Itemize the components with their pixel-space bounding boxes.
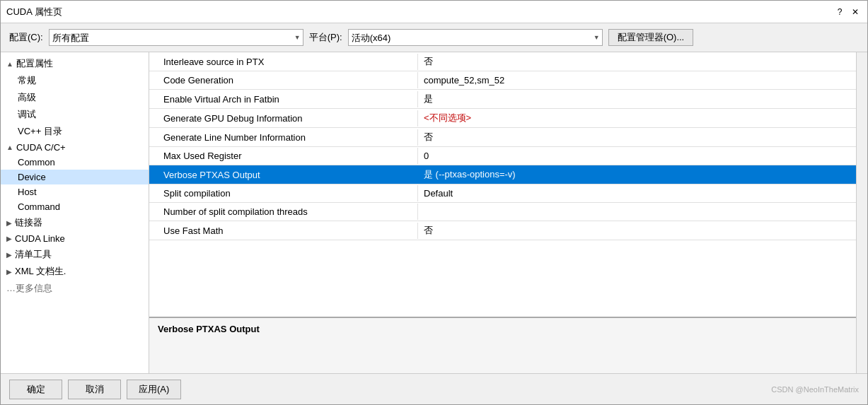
description-text: Verbose PTXAS Output [158, 324, 260, 334]
expand-arrow: ▲ [6, 143, 13, 151]
sidebar-item-label: XML 文档生. [15, 265, 66, 278]
dialog-window: CUDA 属性页 ? ✕ 配置(C): 所有配置 平台(P): 活动(x64) … [0, 0, 868, 405]
sidebar: ▲ 配置属性 常规 高级 调试 VC++ 目录 ▲ CUDA C/C+ Comm… [1, 52, 149, 373]
prop-value: 否 [418, 52, 856, 71]
sidebar-item-linker[interactable]: ▶ 链接器 [1, 214, 149, 231]
prop-name: Verbose PTXAS Output [149, 167, 418, 183]
footer: 确定 取消 应用(A) CSDN @NeoInTheMatrix [1, 373, 867, 404]
sidebar-item-normal[interactable]: 常规 [1, 72, 149, 89]
sidebar-item-label: CUDA C/C+ [16, 142, 66, 153]
prop-name: Use Fast Math [149, 223, 418, 239]
sidebar-item-host[interactable]: Host [1, 184, 149, 199]
prop-row-fast-math[interactable]: Use Fast Math 否 [149, 221, 856, 240]
sidebar-item-label: 常规 [18, 74, 36, 87]
watermark: CSDN @NeoInTheMatrix [771, 385, 859, 394]
description-panel: Verbose PTXAS Output [149, 317, 856, 373]
platform-label: 平台(P): [309, 31, 342, 44]
prop-row-gpu-debug[interactable]: Generate GPU Debug Information <不同选项> [149, 109, 856, 128]
prop-name: Max Used Register [149, 148, 418, 164]
prop-value-diff: <不同选项> [418, 109, 856, 127]
sidebar-item-debug[interactable]: 调试 [1, 106, 149, 123]
prop-name: Enable Virtual Arch in Fatbin [149, 91, 418, 107]
sidebar-item-device[interactable]: Device [1, 170, 149, 184]
prop-row-split-threads[interactable]: Number of split compilation threads [149, 203, 856, 221]
main-content: ▲ 配置属性 常规 高级 调试 VC++ 目录 ▲ CUDA C/C+ Comm… [1, 52, 867, 373]
sidebar-item-label: VC++ 目录 [18, 125, 62, 138]
prop-value: 0 [418, 148, 856, 164]
prop-name: Split compilation [149, 185, 418, 201]
sidebar-item-label: 清单工具 [15, 248, 52, 261]
sidebar-item-label: 配置属性 [16, 57, 53, 70]
sidebar-item-more[interactable]: …更多信息 [1, 280, 149, 297]
sidebar-item-label: Device [18, 172, 46, 182]
close-button[interactable]: ✕ [849, 6, 862, 18]
prop-value: 否 [418, 221, 856, 240]
sidebar-item-vcpp[interactable]: VC++ 目录 [1, 123, 149, 140]
prop-row-max-register[interactable]: Max Used Register 0 [149, 147, 856, 165]
cancel-button[interactable]: 取消 [68, 380, 121, 399]
expand-arrow: ▲ [6, 60, 13, 68]
sidebar-item-config-props[interactable]: ▲ 配置属性 [1, 55, 149, 72]
sidebar-item-label: 高级 [18, 91, 36, 104]
prop-row-interleave[interactable]: Interleave source in PTX 否 [149, 52, 856, 71]
prop-row-verbose-ptxas[interactable]: Verbose PTXAS Output 是 (--ptxas-options=… [149, 165, 856, 184]
prop-value: Default [418, 185, 856, 201]
prop-name: Interleave source in PTX [149, 54, 418, 70]
sidebar-item-label: Host [18, 187, 37, 197]
expand-arrow: ▶ [6, 251, 12, 259]
prop-value: 是 [418, 90, 856, 108]
properties-table: Interleave source in PTX 否 Code Generati… [149, 52, 856, 317]
title-bar: CUDA 属性页 ? ✕ [1, 1, 867, 23]
sidebar-item-common[interactable]: Common [1, 155, 149, 170]
platform-select-wrapper[interactable]: 活动(x64) [348, 29, 603, 46]
prop-value: 是 (--ptxas-options=-v) [418, 165, 856, 184]
apply-button[interactable]: 应用(A) [127, 380, 181, 399]
prop-name: Generate GPU Debug Information [149, 110, 418, 127]
dialog-title: CUDA 属性页 [6, 6, 62, 18]
sidebar-item-cuda-cpp[interactable]: ▲ CUDA C/C+ [1, 140, 149, 155]
sidebar-item-command[interactable]: Command [1, 199, 149, 214]
sidebar-item-xml-doc[interactable]: ▶ XML 文档生. [1, 263, 149, 280]
prop-row-virtual-arch[interactable]: Enable Virtual Arch in Fatbin 是 [149, 90, 856, 109]
prop-name: Code Generation [149, 72, 418, 88]
expand-arrow: ▶ [6, 235, 12, 242]
prop-value: 否 [418, 128, 856, 146]
ok-button[interactable]: 确定 [9, 380, 62, 399]
sidebar-item-label: Command [18, 201, 60, 212]
sidebar-item-label: …更多信息 [6, 282, 52, 295]
config-select-wrapper[interactable]: 所有配置 [49, 29, 303, 46]
sidebar-item-list-tool[interactable]: ▶ 清单工具 [1, 246, 149, 263]
sidebar-item-label: Common [18, 157, 55, 168]
title-controls: ? ✕ [833, 6, 862, 18]
sidebar-item-label: 调试 [18, 108, 36, 121]
sidebar-item-advanced[interactable]: 高级 [1, 89, 149, 106]
prop-name: Number of split compilation threads [149, 204, 418, 220]
config-select[interactable]: 所有配置 [49, 29, 303, 46]
prop-row-split-compile[interactable]: Split compilation Default [149, 184, 856, 203]
prop-value [418, 209, 856, 215]
prop-name: Generate Line Number Information [149, 129, 418, 146]
prop-row-line-number[interactable]: Generate Line Number Information 否 [149, 128, 856, 147]
right-panel: Interleave source in PTX 否 Code Generati… [149, 52, 856, 373]
scrollbar[interactable] [856, 52, 867, 373]
config-manager-button[interactable]: 配置管理器(O)... [608, 29, 694, 46]
sidebar-item-label: 链接器 [15, 216, 42, 229]
config-label: 配置(C): [9, 31, 43, 44]
sidebar-item-cuda-linker[interactable]: ▶ CUDA Linke [1, 231, 149, 246]
expand-arrow: ▶ [6, 268, 12, 276]
sidebar-item-label: CUDA Linke [15, 233, 65, 244]
help-button[interactable]: ? [833, 6, 846, 18]
prop-row-code-gen[interactable]: Code Generation compute_52,sm_52 [149, 71, 856, 90]
prop-value: compute_52,sm_52 [418, 72, 856, 88]
header-row: 配置(C): 所有配置 平台(P): 活动(x64) 配置管理器(O)... [1, 23, 867, 52]
platform-select[interactable]: 活动(x64) [348, 29, 603, 46]
expand-arrow: ▶ [6, 219, 12, 227]
